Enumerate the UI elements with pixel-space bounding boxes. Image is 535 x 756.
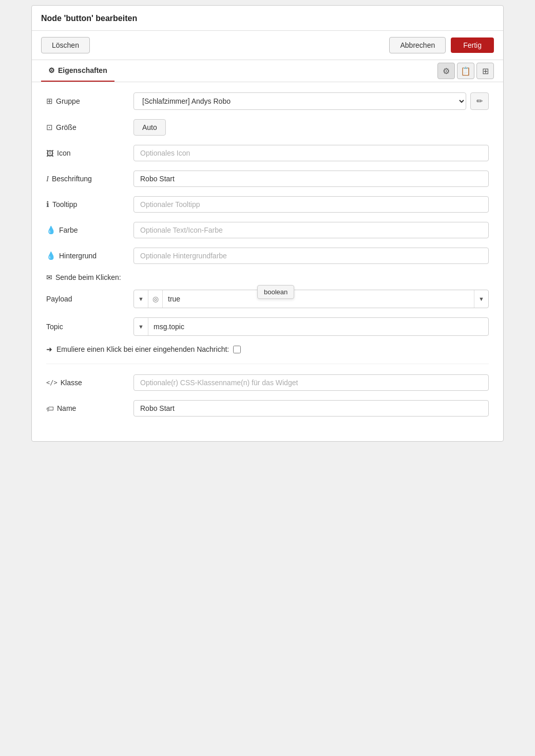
payload-right-arrow[interactable]: ▼	[474, 290, 488, 308]
arrow-right-icon: ➜	[46, 345, 52, 353]
code-icon: </>	[46, 379, 58, 386]
divider	[46, 364, 489, 364]
gruppe-edit-button[interactable]: ✏	[470, 92, 489, 110]
gruppe-row: ⊞ Gruppe [Schlafzimmer] Andys Robo ✏	[46, 92, 489, 110]
beschriftung-label: I Beschriftung	[46, 175, 133, 183]
payload-type-dropdown[interactable]: ▼	[134, 290, 148, 308]
gruppe-label: ⊞ Gruppe	[46, 97, 133, 106]
payload-row: Payload ▼ ◎ ▼ boolean	[46, 290, 489, 308]
gear-icon: ⚙	[443, 66, 450, 76]
emuliere-row: ➜ Emuliere einen Klick bei einer eingehe…	[46, 345, 489, 353]
name-row: 🏷 Name	[46, 400, 489, 417]
tag-icon: 🏷	[46, 404, 54, 413]
klasse-label: </> Klasse	[46, 379, 133, 387]
payload-value-input[interactable]	[163, 291, 474, 307]
payload-label: Payload	[46, 295, 133, 303]
gruppe-select[interactable]: [Schlafzimmer] Andys Robo	[133, 92, 466, 110]
boolean-tooltip: boolean	[257, 285, 294, 299]
hintergrund-drop-icon: 💧	[46, 251, 56, 260]
form-body: ⊞ Gruppe [Schlafzimmer] Andys Robo ✏ ⊡ G…	[32, 82, 503, 441]
done-button[interactable]: Fertig	[451, 37, 494, 53]
tab-properties-gear-icon: ⚙	[48, 66, 55, 74]
topic-label: Topic	[46, 323, 133, 331]
klasse-input[interactable]	[133, 374, 489, 391]
topic-type-dropdown[interactable]: ▼	[134, 318, 148, 335]
groesse-label: ⊡ Größe	[46, 123, 133, 132]
tab-icon-layout[interactable]: ⊞	[476, 63, 494, 79]
name-input[interactable]	[133, 400, 489, 417]
klasse-row: </> Klasse	[46, 374, 489, 391]
farbe-row: 💧 Farbe	[46, 222, 489, 238]
tabs-row: ⚙ Eigenschaften ⚙ 📋 ⊞	[32, 60, 503, 82]
doc-icon: 📋	[461, 66, 471, 76]
groesse-button[interactable]: Auto	[133, 119, 166, 136]
emuliere-checkbox[interactable]	[233, 346, 241, 353]
edit-icon: ✏	[476, 97, 483, 106]
groesse-icon: ⊡	[46, 123, 53, 132]
toolbar: Löschen Abbrechen Fertig	[32, 31, 503, 60]
topic-row: Topic ▼	[46, 317, 489, 336]
text-cursor-icon: I	[46, 175, 49, 183]
panel-header: Node 'button' bearbeiten	[32, 6, 503, 31]
tooltipp-label: ℹ Tooltipp	[46, 200, 133, 209]
farbe-drop-icon: 💧	[46, 225, 56, 235]
panel-title: Node 'button' bearbeiten	[41, 14, 494, 23]
icon-field-icon: 🖼	[46, 149, 54, 158]
tooltipp-input[interactable]	[133, 196, 489, 213]
info-icon: ℹ	[46, 200, 49, 209]
cancel-button[interactable]: Abbrechen	[389, 37, 446, 53]
hintergrund-label: 💧 Hintergrund	[46, 251, 133, 260]
hintergrund-row: 💧 Hintergrund	[46, 248, 489, 264]
beschriftung-input[interactable]	[133, 171, 489, 187]
sende-heading: ✉ Sende beim Klicken:	[46, 273, 489, 281]
mail-icon: ✉	[46, 273, 52, 281]
gruppe-wrapper: [Schlafzimmer] Andys Robo ✏	[133, 92, 489, 110]
icon-label: 🖼 Icon	[46, 149, 133, 158]
layout-icon: ⊞	[482, 66, 489, 76]
name-label: 🏷 Name	[46, 404, 133, 413]
hintergrund-input[interactable]	[133, 248, 489, 264]
farbe-label: 💧 Farbe	[46, 225, 133, 235]
tooltipp-row: ℹ Tooltipp	[46, 196, 489, 213]
farbe-input[interactable]	[133, 222, 489, 238]
tab-icon-doc[interactable]: 📋	[457, 63, 474, 79]
tab-properties-label: Eigenschaften	[58, 66, 107, 74]
payload-type-icon: ◎	[148, 290, 163, 308]
edit-panel: Node 'button' bearbeiten Löschen Abbrech…	[31, 5, 504, 442]
icon-row: 🖼 Icon	[46, 145, 489, 161]
emuliere-text: Emuliere einen Klick bei einer eingehend…	[56, 345, 229, 353]
groesse-row: ⊡ Größe Auto	[46, 119, 489, 136]
icon-input[interactable]	[133, 145, 489, 161]
delete-button[interactable]: Löschen	[41, 37, 90, 53]
payload-input-wrapper: ▼ ◎ ▼ boolean	[133, 290, 489, 308]
tab-icon-gear[interactable]: ⚙	[437, 63, 455, 79]
tab-properties[interactable]: ⚙ Eigenschaften	[41, 60, 114, 82]
gruppe-icon: ⊞	[46, 97, 53, 106]
topic-input-wrapper: ▼	[133, 317, 489, 336]
topic-value-input[interactable]	[148, 319, 488, 334]
beschriftung-row: I Beschriftung	[46, 171, 489, 187]
